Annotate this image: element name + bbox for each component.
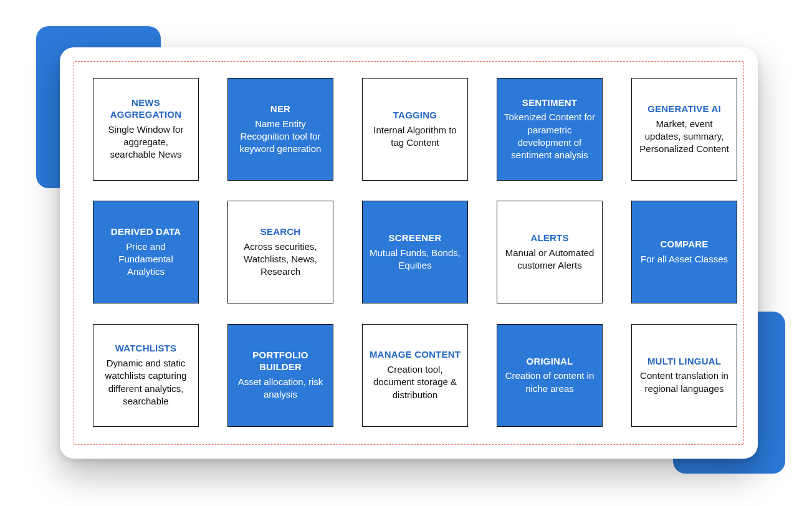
tile-title: GENERATIVE AI xyxy=(647,103,721,115)
tile-title: MANAGE CONTENT xyxy=(370,349,461,361)
tile-desc: Single Window for aggregate, searchable … xyxy=(100,123,192,161)
tile-ner: NER Name Entity Recognition tool for key… xyxy=(227,78,333,181)
tile-desc: Internal Algorithm to tag Content xyxy=(369,124,461,150)
tile-multi-lingual: MULTI LINGUAL Content translation in reg… xyxy=(631,324,737,427)
tile-watchlists: WATCHLISTS Dynamic and static watchlists… xyxy=(93,324,199,427)
tile-desc: Creation of content in niche areas xyxy=(504,370,596,395)
tile-desc: For all Asset Classes xyxy=(641,253,728,265)
tile-title: SCREENER xyxy=(389,232,442,244)
tile-title: SENTIMENT xyxy=(522,97,577,109)
tile-title: ORIGINAL xyxy=(527,356,573,368)
tile-title: SEARCH xyxy=(260,226,301,238)
tile-desc: Tokenized Content for parametric develop… xyxy=(504,111,596,161)
tile-tagging: TAGGING Internal Algorithm to tag Conten… xyxy=(362,78,468,181)
tile-desc: Manual or Automated customer Alerts xyxy=(504,247,596,272)
tile-desc: Dynamic and static watchlists capturing … xyxy=(100,357,192,408)
tile-derived-data: DERIVED DATA Price and Fundamental Analy… xyxy=(93,201,199,303)
tile-desc: Asset allocation, risk analysis xyxy=(234,376,327,401)
tile-title: DERIVED DATA xyxy=(111,226,181,238)
tile-search: SEARCH Across securities, Watchlists, Ne… xyxy=(227,201,333,303)
tile-title: WATCHLISTS xyxy=(115,343,176,355)
feature-card: NEWS AGGREGATION Single Window for aggre… xyxy=(60,47,758,459)
tile-desc: Creation tool, document storage & distri… xyxy=(369,363,461,401)
tile-desc: Mutual Funds, Bonds, Equities xyxy=(369,247,461,272)
tile-desc: Price and Fundamental Analytics xyxy=(100,241,192,279)
tile-news-aggregation: NEWS AGGREGATION Single Window for aggre… xyxy=(93,78,199,181)
dashed-frame: NEWS AGGREGATION Single Window for aggre… xyxy=(74,61,744,445)
tile-title: NEWS AGGREGATION xyxy=(100,97,192,121)
tile-title: NER xyxy=(270,103,290,115)
tile-title: TAGGING xyxy=(393,110,437,122)
tile-title: ALERTS xyxy=(530,232,568,244)
tile-screener: SCREENER Mutual Funds, Bonds, Equities xyxy=(362,201,468,303)
tile-generative-ai: GENERATIVE AI Market, event updates, sum… xyxy=(631,78,737,181)
tile-sentiment: SENTIMENT Tokenized Content for parametr… xyxy=(497,78,603,181)
tile-compare: COMPARE For all Asset Classes xyxy=(631,201,737,303)
tile-desc: Content translation in regional language… xyxy=(638,370,730,395)
tile-desc: Market, event updates, summary, Personal… xyxy=(638,118,730,156)
tile-original: ORIGINAL Creation of content in niche ar… xyxy=(497,324,603,427)
feature-grid: NEWS AGGREGATION Single Window for aggre… xyxy=(93,78,725,428)
tile-desc: Name Entity Recognition tool for keyword… xyxy=(234,118,327,156)
tile-alerts: ALERTS Manual or Automated customer Aler… xyxy=(497,201,603,303)
tile-desc: Across securities, Watchlists, News, Res… xyxy=(234,241,327,279)
tile-portfolio-builder: PORTFOLIO BUILDER Asset allocation, risk… xyxy=(227,324,333,427)
diagram-stage: NEWS AGGREGATION Single Window for aggre… xyxy=(0,0,812,506)
tile-title: COMPARE xyxy=(661,239,709,251)
tile-title: MULTI LINGUAL xyxy=(647,356,721,368)
tile-manage-content: MANAGE CONTENT Creation tool, document s… xyxy=(362,324,468,427)
tile-title: PORTFOLIO BUILDER xyxy=(234,350,327,373)
